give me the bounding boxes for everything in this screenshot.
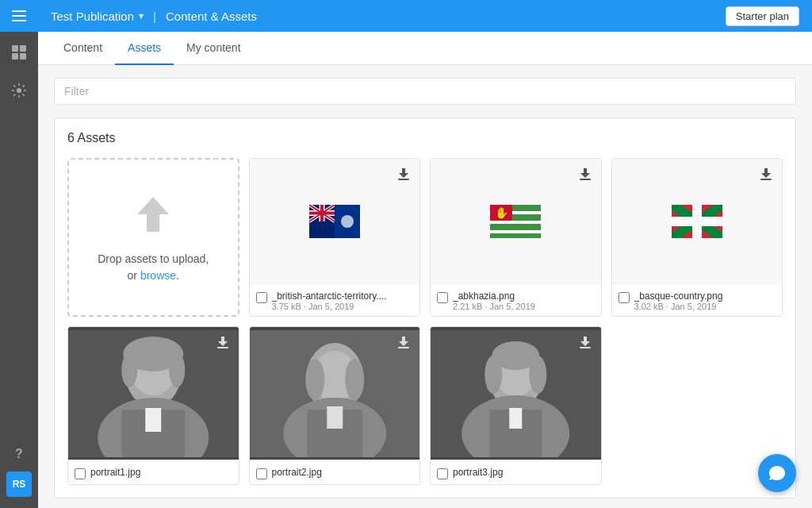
asset-info: _abkhazia.png 2.21 kB · Jan 5, 2019 bbox=[431, 283, 601, 316]
asset-meta: 3.02 kB · Jan 5, 2019 bbox=[634, 302, 776, 311]
upload-text: Drop assets to upload, or browse. bbox=[98, 251, 209, 284]
asset-card: _british-antarctic-territory.... 3.75 kB… bbox=[249, 158, 421, 317]
dashboard-icon[interactable] bbox=[0, 35, 38, 70]
asset-card: portrait3.jpg bbox=[430, 326, 602, 485]
assets-grid: Drop assets to upload, or browse. bbox=[67, 158, 783, 485]
svg-rect-2 bbox=[12, 20, 26, 21]
svg-rect-30 bbox=[490, 233, 541, 238]
upload-icon bbox=[129, 190, 177, 238]
download-button[interactable] bbox=[576, 333, 595, 352]
svg-point-53 bbox=[305, 359, 324, 400]
svg-rect-28 bbox=[490, 224, 541, 230]
asset-checkbox[interactable] bbox=[256, 292, 267, 303]
browse-link[interactable]: browse bbox=[140, 269, 176, 282]
assets-section: 6 Assets Drop assets to upload, or brows… bbox=[54, 117, 796, 498]
download-button[interactable] bbox=[394, 165, 413, 184]
asset-details: portrait1.jpg bbox=[90, 467, 232, 478]
content-area: 6 Assets Drop assets to upload, or brows… bbox=[38, 65, 812, 508]
asset-name: _abkhazia.png bbox=[453, 291, 595, 302]
main-content: Test Publication ▾ | Content & Assets St… bbox=[38, 0, 812, 508]
asset-card: portrait1.jpg bbox=[67, 326, 239, 485]
filter-input[interactable] bbox=[64, 85, 786, 98]
download-button[interactable] bbox=[213, 333, 232, 352]
upload-card[interactable]: Drop assets to upload, or browse. bbox=[67, 158, 239, 317]
svg-rect-27 bbox=[490, 221, 541, 224]
asset-checkbox[interactable] bbox=[256, 468, 267, 479]
svg-point-46 bbox=[169, 352, 185, 387]
svg-rect-49 bbox=[398, 347, 409, 348]
asset-name: portrait2.jpg bbox=[272, 467, 414, 478]
svg-rect-4 bbox=[20, 45, 26, 52]
asset-info: portrait3.jpg bbox=[431, 460, 601, 484]
asset-checkbox[interactable] bbox=[75, 468, 86, 479]
asset-info: _basque-country.png 3.02 kB · Jan 5, 201… bbox=[612, 283, 783, 316]
tabs-bar: Content Assets My content bbox=[38, 32, 812, 65]
menu-button[interactable] bbox=[0, 0, 38, 32]
asset-meta: 2.21 kB · Jan 5, 2019 bbox=[453, 302, 595, 311]
svg-marker-8 bbox=[137, 197, 169, 232]
asset-checkbox[interactable] bbox=[619, 292, 630, 303]
tab-assets[interactable]: Assets bbox=[115, 32, 174, 65]
asset-info: _british-antarctic-territory.... 3.75 kB… bbox=[250, 283, 420, 316]
asset-name: _basque-country.png bbox=[634, 291, 776, 302]
svg-rect-9 bbox=[398, 179, 409, 180]
nav-section: Content & Assets bbox=[166, 10, 257, 23]
asset-preview bbox=[68, 327, 239, 460]
asset-info: portrait1.jpg bbox=[68, 460, 239, 484]
svg-point-64 bbox=[492, 341, 539, 370]
top-navigation: Test Publication ▾ | Content & Assets St… bbox=[38, 0, 812, 32]
svg-rect-5 bbox=[12, 53, 18, 60]
asset-details: _basque-country.png 3.02 kB · Jan 5, 201… bbox=[634, 291, 776, 311]
svg-rect-6 bbox=[20, 53, 26, 60]
svg-rect-29 bbox=[490, 230, 541, 233]
assets-count: 6 Assets bbox=[67, 131, 783, 145]
tab-my-content[interactable]: My content bbox=[174, 32, 253, 65]
asset-info: portrait2.jpg bbox=[250, 460, 420, 484]
svg-point-21 bbox=[341, 215, 354, 228]
svg-rect-3 bbox=[12, 45, 18, 52]
asset-name: portrait1.jpg bbox=[90, 467, 232, 478]
tab-content[interactable]: Content bbox=[51, 32, 115, 65]
asset-preview bbox=[431, 327, 601, 460]
svg-point-54 bbox=[345, 359, 364, 400]
publication-selector[interactable]: Test Publication ▾ bbox=[51, 10, 144, 23]
svg-rect-67 bbox=[509, 408, 522, 429]
asset-preview bbox=[250, 327, 420, 460]
asset-preview: ✋ bbox=[431, 159, 601, 283]
filter-bar[interactable] bbox=[54, 78, 796, 105]
nav-separator: | bbox=[153, 10, 156, 23]
asset-details: _abkhazia.png 2.21 kB · Jan 5, 2019 bbox=[453, 291, 595, 311]
svg-point-7 bbox=[17, 88, 21, 93]
help-button[interactable]: ? bbox=[0, 437, 38, 471]
asset-preview bbox=[250, 159, 420, 283]
svg-rect-1 bbox=[12, 15, 26, 17]
svg-point-45 bbox=[121, 352, 137, 387]
svg-rect-22 bbox=[580, 179, 591, 180]
asset-name: _british-antarctic-territory.... bbox=[272, 291, 414, 302]
svg-text:✋: ✋ bbox=[495, 206, 509, 220]
svg-rect-57 bbox=[327, 406, 343, 429]
svg-rect-38 bbox=[672, 217, 722, 226]
asset-preview bbox=[612, 159, 783, 283]
sidebar: ? RS bbox=[0, 0, 38, 508]
svg-rect-33 bbox=[760, 179, 772, 180]
download-button[interactable] bbox=[576, 165, 595, 184]
settings-icon[interactable] bbox=[0, 73, 38, 108]
sidebar-bottom: ? RS bbox=[0, 433, 38, 508]
svg-rect-48 bbox=[145, 408, 161, 432]
svg-rect-58 bbox=[580, 347, 591, 348]
asset-checkbox[interactable] bbox=[437, 468, 448, 479]
asset-card: portrait2.jpg bbox=[249, 326, 421, 485]
asset-card: ✋ _abkhazia.png 2.21 kB · Jan 5, 2019 bbox=[430, 158, 602, 317]
asset-name: portrait3.jpg bbox=[453, 467, 595, 478]
asset-details: portrait3.jpg bbox=[453, 467, 595, 478]
chat-button[interactable] bbox=[758, 454, 796, 492]
download-button[interactable] bbox=[756, 165, 776, 184]
download-button[interactable] bbox=[394, 333, 413, 352]
asset-details: portrait2.jpg bbox=[272, 467, 414, 478]
rs-badge: RS bbox=[6, 471, 32, 497]
svg-rect-39 bbox=[217, 347, 228, 348]
asset-card: _basque-country.png 3.02 kB · Jan 5, 201… bbox=[611, 158, 783, 317]
starter-plan-button[interactable]: Starter plan bbox=[726, 6, 799, 26]
asset-checkbox[interactable] bbox=[437, 292, 448, 303]
